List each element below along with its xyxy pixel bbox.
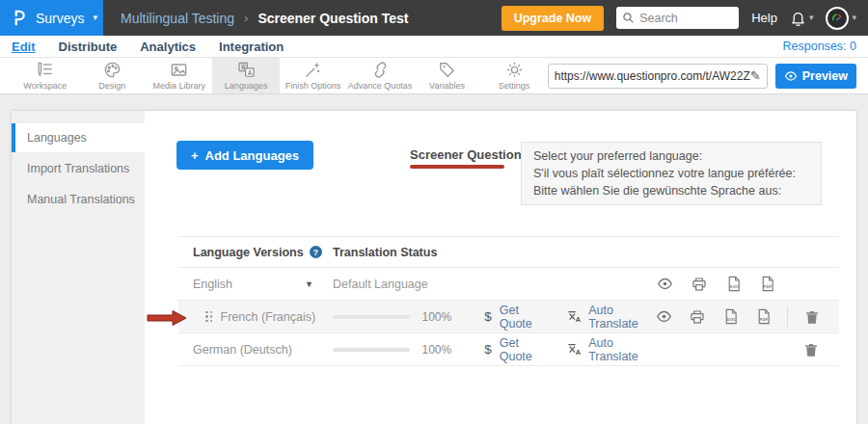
translate-icon: A — [567, 342, 583, 358]
notifications-menu[interactable]: ▾ — [790, 10, 814, 26]
survey-url-field[interactable]: ✎ — [548, 64, 768, 89]
help-link[interactable]: Help — [751, 11, 777, 25]
toolbar-item-finish-options[interactable]: Finish Options — [280, 58, 346, 93]
edit-url-pencil-icon[interactable]: ✎ — [750, 68, 761, 83]
auto-translate-link[interactable]: Auto Translate — [588, 304, 651, 331]
auto-translate-link[interactable]: Auto Translate — [588, 336, 651, 363]
language-name: French (Français) — [221, 310, 316, 324]
table-row-french: French (Français) 100% $ Get Quote A Aut… — [178, 301, 839, 333]
drag-handle-icon[interactable] — [205, 311, 213, 323]
svg-text:DOC: DOC — [729, 284, 738, 289]
preview-button[interactable]: Preview — [775, 64, 856, 89]
annotation-red-underline — [410, 165, 504, 169]
export-doc-icon[interactable]: DOC — [717, 308, 744, 325]
divider — [787, 307, 788, 327]
annotation-red-arrow — [147, 309, 187, 327]
toolbar-item-design[interactable]: Design — [78, 58, 145, 93]
breadcrumb-survey-name[interactable]: Multilingual Testing — [121, 11, 234, 26]
language-versions-table: Language Versions ? Translation Status E… — [178, 236, 839, 366]
table-header-row: Language Versions ? Translation Status — [178, 236, 839, 268]
plus-icon: + — [191, 148, 199, 163]
sidebar-item-manual-translations[interactable]: Manual Translations — [12, 185, 145, 214]
svg-text:DOC: DOC — [726, 317, 735, 322]
upgrade-now-button[interactable]: Upgrade Now — [502, 6, 605, 31]
chevron-down-icon: ▾ — [809, 13, 814, 22]
print-icon[interactable] — [684, 309, 711, 325]
add-languages-button[interactable]: + Add Languages — [176, 141, 313, 170]
svg-text:PDF: PDF — [763, 284, 772, 289]
survey-nav-tabs: Edit Distribute Analytics Integration Re… — [0, 36, 868, 58]
survey-url-input[interactable] — [555, 69, 750, 83]
tab-edit[interactable]: Edit — [12, 39, 36, 54]
toolbar-item-workspace[interactable]: Workspace — [12, 58, 78, 93]
print-icon[interactable] — [685, 277, 713, 292]
toolbar-right: ✎ Preview — [548, 58, 868, 93]
svg-text:A: A — [247, 69, 252, 76]
dollar-icon: $ — [484, 342, 492, 357]
breadcrumb: Multilingual Testing › Screener Question… — [121, 11, 409, 26]
advance-quotas-links-icon — [371, 61, 390, 79]
search-icon — [622, 12, 635, 24]
export-pdf-icon[interactable]: PDF — [749, 308, 776, 325]
translation-progress-bar — [333, 348, 410, 352]
chevron-down-icon: ▾ — [852, 13, 856, 22]
tab-integration[interactable]: Integration — [219, 39, 284, 54]
finish-options-wand-icon — [304, 61, 322, 79]
languages-panel: Languages Import Translations Manual Tra… — [12, 111, 856, 424]
toolbar-item-settings[interactable]: Settings — [480, 58, 547, 93]
svg-text:A: A — [576, 315, 582, 324]
surveys-product-menu[interactable]: Surveys ▾ — [0, 0, 103, 36]
sidebar-item-languages[interactable]: Languages — [12, 123, 145, 152]
toolbar-item-media-library[interactable]: Media Library — [146, 58, 212, 93]
language-name: English — [193, 278, 232, 291]
global-search[interactable] — [616, 7, 739, 29]
workspace-icon — [36, 61, 54, 79]
progress-percent: 100% — [421, 343, 451, 357]
language-name: German (Deutsch) — [193, 343, 292, 357]
view-eye-icon[interactable] — [651, 308, 678, 325]
chevron-down-icon: ▾ — [94, 13, 98, 22]
avatar — [826, 7, 849, 30]
tab-analytics[interactable]: Analytics — [140, 39, 196, 54]
languages-content: + Add Languages Screener Question : Sele… — [145, 111, 856, 424]
translate-icon: A — [567, 309, 583, 325]
svg-text:A: A — [576, 348, 582, 357]
search-input[interactable] — [639, 12, 726, 25]
progress-percent: 100% — [421, 310, 451, 324]
view-eye-icon[interactable] — [651, 276, 679, 292]
responses-count[interactable]: Responses: 0 — [783, 40, 856, 53]
design-palette-icon — [103, 61, 122, 79]
get-quote-link[interactable]: Get Quote — [500, 336, 544, 363]
toolbar-item-variables[interactable]: Variables — [414, 58, 480, 93]
table-row-german: German (Deutsch) 100% $ Get Quote A Auto… — [178, 333, 839, 366]
get-quote-link[interactable]: Get Quote — [500, 304, 544, 331]
screener-line-french: S'il vous plaît sélectionnez votre langu… — [533, 165, 809, 182]
delete-trash-icon[interactable] — [797, 342, 826, 358]
breadcrumb-separator: › — [244, 11, 248, 25]
screener-line-english: Select your preferred language: — [533, 147, 809, 165]
variables-tag-icon — [438, 61, 456, 79]
tab-distribute[interactable]: Distribute — [59, 39, 118, 54]
translation-progress-bar — [333, 315, 410, 319]
help-icon[interactable]: ? — [310, 246, 322, 258]
top-bar: Surveys ▾ Multilingual Testing › Screene… — [0, 0, 868, 36]
delete-trash-icon[interactable] — [799, 309, 826, 325]
toolbar-item-advance-quotas[interactable]: Advance Quotas — [346, 58, 413, 93]
svg-text:PDF: PDF — [759, 317, 768, 322]
table-row-english: English ▼ Default Language DOC PDF — [178, 268, 839, 301]
settings-gear-icon — [505, 61, 524, 79]
languages-sidebar: Languages Import Translations Manual Tra… — [12, 111, 145, 424]
export-doc-icon[interactable]: DOC — [719, 276, 747, 292]
export-pdf-icon[interactable]: PDF — [753, 276, 781, 292]
dollar-icon: $ — [484, 309, 492, 324]
screener-line-german: Bitte wählen Sie die gewünschte Sprache … — [533, 182, 809, 199]
default-language-dropdown-icon[interactable]: ▼ — [305, 279, 313, 289]
sidebar-item-import-translations[interactable]: Import Translations — [12, 154, 145, 183]
default-language-label: Default Language — [333, 278, 428, 291]
screener-question-label: Screener Question : — [410, 147, 529, 162]
toolbar-item-languages[interactable]: A Languages — [212, 58, 279, 93]
screener-question-preview: Select your preferred language: S'il vou… — [521, 142, 822, 205]
account-menu[interactable]: ▾ — [826, 7, 856, 30]
questionpro-logo-icon — [13, 9, 27, 27]
eye-icon — [784, 69, 798, 83]
